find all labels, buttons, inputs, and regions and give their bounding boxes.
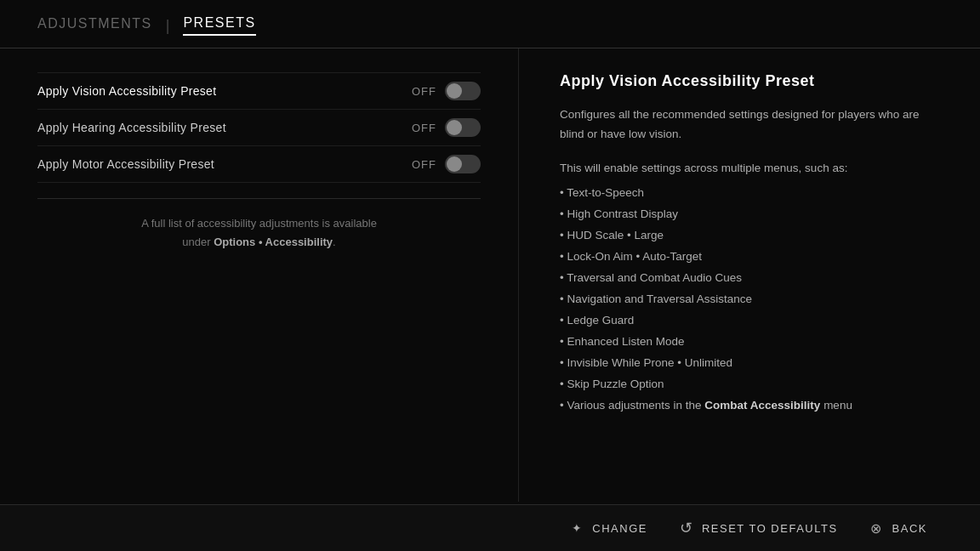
list-item: Ledge Guard: [560, 310, 943, 332]
list-item: Various adjustments in the Combat Access…: [560, 395, 943, 417]
top-navigation: ADJUSTMENTS | PRESETS: [0, 0, 980, 48]
info-line2-prefix: under: [182, 236, 214, 248]
back-icon: [869, 520, 886, 537]
toggle-motor-status: OFF: [412, 158, 436, 171]
back-label: BACK: [892, 522, 927, 535]
nav-divider: |: [166, 17, 170, 35]
list-item: Invisible While Prone • Unlimited: [560, 353, 943, 374]
reset-label: RESET TO DEFAULTS: [702, 522, 838, 535]
main-content: Apply Vision Accessibility Preset OFF Ap…: [0, 48, 980, 502]
detail-list: Text-to-Speech High Contrast Display HUD…: [560, 183, 943, 417]
info-line1: A full list of accessibility adjustments…: [141, 217, 377, 230]
toggle-hearing-group: OFF: [412, 118, 481, 137]
reset-button[interactable]: RESET TO DEFAULTS: [663, 513, 853, 543]
list-item: Skip Puzzle Option: [560, 374, 943, 395]
back-button[interactable]: BACK: [853, 513, 943, 543]
preset-hearing-label: Apply Hearing Accessibility Preset: [37, 121, 226, 134]
separator: [37, 198, 481, 199]
right-panel: Apply Vision Accessibility Preset Config…: [519, 48, 980, 502]
nav-adjustments[interactable]: ADJUSTMENTS: [37, 16, 152, 35]
list-item: HUD Scale • Large: [560, 225, 943, 247]
nav-presets[interactable]: PRESETS: [183, 15, 255, 36]
toggle-hearing-status: OFF: [412, 122, 436, 134]
detail-title: Apply Vision Accessibility Preset: [560, 72, 943, 90]
list-item: Text-to-Speech: [560, 183, 943, 204]
list-item: Enhanced Listen Mode: [560, 332, 943, 353]
change-button[interactable]: CHANGE: [553, 513, 663, 543]
detail-description: Configures all the recommended settings …: [560, 105, 943, 145]
list-item: High Contrast Display: [560, 204, 943, 225]
list-item: Lock-On Aim • Auto-Target: [560, 247, 943, 268]
bold-combat-accessibility: Combat Accessibility: [704, 399, 820, 412]
preset-hearing[interactable]: Apply Hearing Accessibility Preset OFF: [37, 110, 481, 146]
preset-vision-label: Apply Vision Accessibility Preset: [37, 84, 216, 98]
list-item: Traversal and Combat Audio Cues: [560, 268, 943, 289]
detail-subtext: This will enable settings across multipl…: [560, 162, 943, 174]
info-link: Options • Accessibility: [214, 236, 333, 248]
change-label: CHANGE: [592, 522, 647, 535]
bottom-bar: CHANGE RESET TO DEFAULTS BACK: [0, 504, 980, 551]
change-icon: [568, 520, 585, 537]
toggle-vision-status: OFF: [412, 85, 436, 98]
left-panel: Apply Vision Accessibility Preset OFF Ap…: [0, 48, 519, 502]
info-line2-suffix: .: [333, 236, 336, 248]
preset-vision[interactable]: Apply Vision Accessibility Preset OFF: [37, 72, 481, 110]
toggle-hearing-switch[interactable]: [445, 118, 481, 137]
toggle-motor-group: OFF: [412, 155, 481, 173]
toggle-vision-group: OFF: [412, 82, 481, 100]
toggle-motor-switch[interactable]: [445, 155, 481, 173]
list-item: Navigation and Traversal Assistance: [560, 289, 943, 310]
reset-icon: [678, 520, 695, 537]
toggle-vision-switch[interactable]: [445, 82, 481, 100]
info-text: A full list of accessibility adjustments…: [37, 214, 481, 252]
preset-motor[interactable]: Apply Motor Accessibility Preset OFF: [37, 146, 481, 183]
preset-motor-label: Apply Motor Accessibility Preset: [37, 157, 214, 171]
